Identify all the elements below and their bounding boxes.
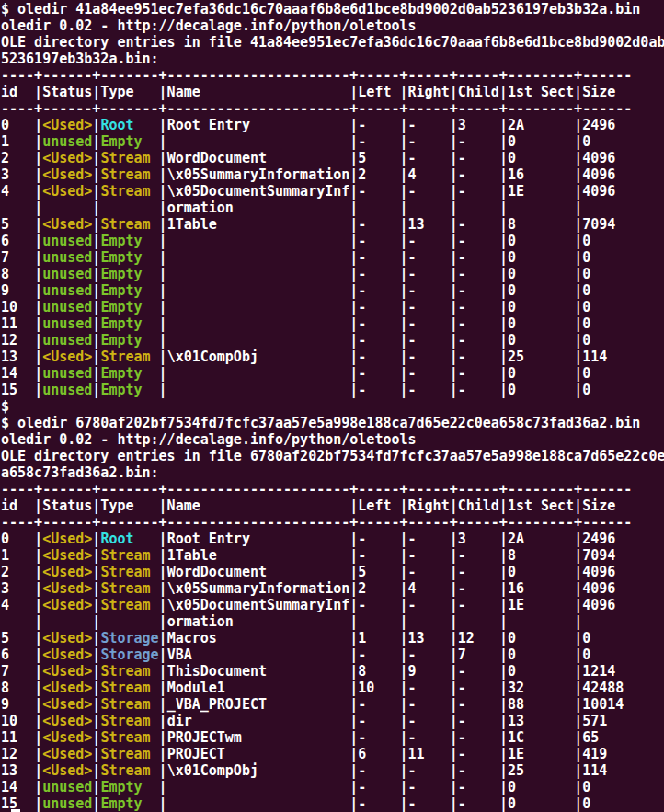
terminal-text: | [574,680,582,696]
terminal-text [100,200,158,216]
row-child: - [458,133,499,150]
row-child: - [458,680,499,696]
terminal-text: | [450,630,458,646]
row-status: <Used> [42,183,92,200]
terminal-text: | [159,729,167,746]
terminal-text: | [499,762,508,779]
terminal-text: | [574,762,582,779]
terminal-text: | [574,729,582,746]
listing-intro-line: 5236197eb3b32a.bin: [1,51,664,67]
terminal-text: | [159,663,167,680]
row-right: - [408,365,450,382]
row-size: 4096 [582,564,615,580]
terminal-text: | [450,382,458,398]
row-first-sect: 88 [508,696,574,713]
row-type: Stream [100,663,158,680]
row-name [167,365,350,382]
row-id: 0 [1,531,34,547]
terminal-text: | [400,233,408,249]
row-size: 0 [582,646,590,663]
row-size: 7094 [582,216,615,233]
row-status: <Used> [42,564,92,580]
terminal-text: | [349,282,358,299]
row-status: <Used> [42,216,92,233]
version-line: oledir 0.02 - http://decalage.info/pytho… [1,431,664,448]
row-status: unused [42,332,92,349]
row-left: - [358,349,399,365]
table-separator: ----+------+-------+--------------------… [1,67,664,84]
table-row: 9 |<Used>|Stream |_VBA_PROJECT |- |- |- … [1,696,664,713]
terminal-text: | [34,580,42,597]
terminal-text: | [349,299,358,315]
row-name: \x05SummaryInformation [167,166,350,183]
terminal-text: OLE directory entries in file 41a84ee951… [1,34,664,51]
terminal-text: | [574,315,582,332]
row-type: Stream [100,597,158,613]
terminal-text: | [499,630,508,646]
row-left: - [358,729,399,746]
terminal-text: | [34,564,42,580]
terminal-text: | [450,597,458,613]
row-child: - [458,580,499,597]
terminal-text: | [349,779,358,795]
row-status: <Used> [42,117,92,133]
terminal-text: ----+------+-------+--------------------… [1,514,632,531]
row-size: 10014 [582,696,624,713]
terminal-text: | [400,349,408,365]
table-row: 7 |<Used>|Stream |ThisDocument |8 |9 |- … [1,663,664,680]
row-child: - [458,349,499,365]
terminal-text: | [159,795,167,812]
row-left: - [358,216,399,233]
row-status: <Used> [42,729,92,746]
row-status: <Used> [42,713,92,729]
terminal-text: | [450,365,458,382]
row-type: Empty [100,332,158,349]
terminal-text: | [34,216,42,233]
row-first-sect: 0 [508,779,574,795]
row-size: 4096 [582,183,615,200]
terminal-text: | [159,713,167,729]
terminal-text: | [400,613,408,630]
terminal-text: | [159,779,167,795]
table-row: 7 |unused|Empty | |- |- |- |0 |0 [1,249,664,266]
prompt-line: $ [1,398,664,415]
row-type: Stream [100,564,158,580]
listing-intro-line: OLE directory entries in file 41a84ee951… [1,34,664,51]
row-type: Stream [100,349,158,365]
row-type: Stream [100,166,158,183]
terminal-text: | [400,531,408,547]
terminal-text: oledir 0.02 - http://decalage.info/pytho… [1,431,417,448]
row-size: 0 [582,233,590,249]
terminal-text: | [400,382,408,398]
row-status: unused [42,315,92,332]
row-first-sect: 0 [508,332,574,349]
row-child: - [458,183,499,200]
terminal-text: | [400,166,408,183]
terminal-text: | [349,117,358,133]
row-name: \x01CompObj [167,349,350,365]
row-size: 4096 [582,580,615,597]
row-first-sect: 1C [508,729,574,746]
terminal-text: | [499,646,508,663]
row-name: \x05SummaryInformation [167,580,350,597]
row-size: 419 [582,746,607,762]
terminal-text: | [159,117,167,133]
row-first-sect: 0 [508,382,574,398]
table-row: 15 |unused|Empty | |- |- |- |0 |0 [1,795,664,812]
terminal-text [458,613,499,630]
terminal-text: | [159,382,167,398]
row-id: 2 [1,564,34,580]
terminal-text: | [499,200,508,216]
row-first-sect: 0 [508,233,574,249]
terminal-text: | [499,365,508,382]
table-row: 11 |<Used>|Stream |PROJECTwm |- |- |- |1… [1,729,664,746]
row-id: 0 [1,117,34,133]
row-id: 12 [1,332,34,349]
row-status: unused [42,133,92,150]
row-left: - [358,365,399,382]
table-row: 11 |unused|Empty | |- |- |- |0 |0 [1,315,664,332]
terminal-text: | [34,233,42,249]
row-status: <Used> [42,349,92,365]
terminal-text: | [450,531,458,547]
row-left: - [358,531,399,547]
